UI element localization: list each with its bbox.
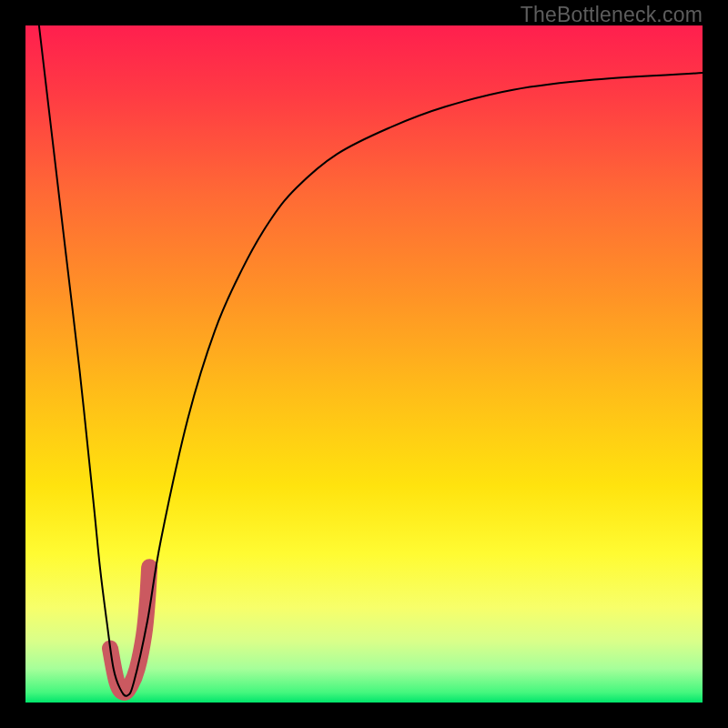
chart-svg [25, 25, 703, 703]
optimal-highlight-segment [110, 567, 149, 693]
watermark-text: TheBottleneck.com [521, 3, 703, 27]
bottleneck-curve [39, 25, 703, 696]
plot-area [25, 25, 703, 703]
heat-gradient [25, 25, 703, 703]
chart-frame: TheBottleneck.com [0, 0, 728, 728]
